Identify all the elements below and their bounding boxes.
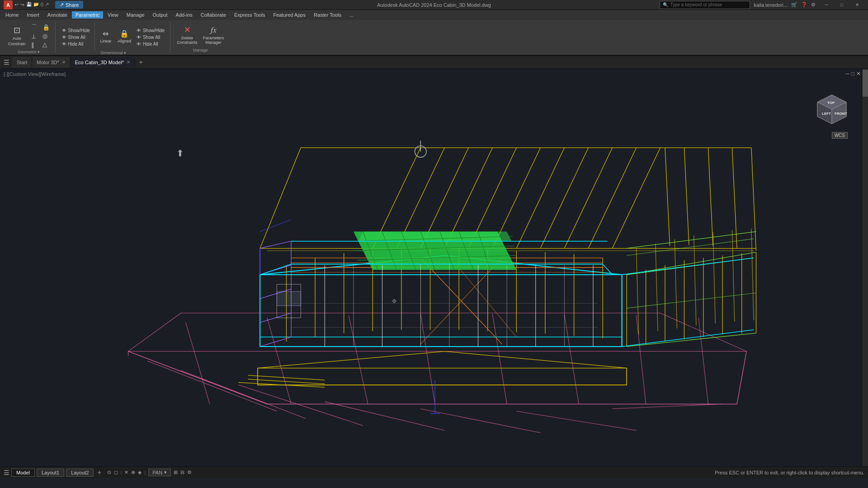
hide-all-button-1[interactable]: 👁 Hide All [60, 41, 92, 47]
menu-home[interactable]: Home [2, 11, 22, 19]
viewport-minimize[interactable]: ─ [845, 70, 849, 77]
search-icon: 🔍 [663, 2, 668, 7]
quick-access-icons: ↩ ↪ 💾 📂 ⎙ ↗ [14, 2, 49, 8]
geometric-constraint-4[interactable]: 🔒 [41, 23, 52, 31]
pan-dropdown-arrow: ▾ [164, 469, 167, 475]
model-tab-layout1[interactable]: Layout1 [37, 469, 64, 477]
svg-text:TOP: TOP [827, 101, 835, 105]
show-all-icon-2: 👁 [137, 35, 141, 40]
linear-button[interactable]: ⇔ Linear [98, 24, 114, 48]
share-button[interactable]: ↗ Share [55, 1, 83, 9]
menu-view[interactable]: View [104, 11, 122, 19]
tab-start[interactable]: Start [12, 57, 32, 68]
status-icon-4[interactable]: ⊕ [131, 469, 135, 475]
geometric-constraint-1[interactable]: ⌒ [29, 23, 39, 32]
geometric-expand-icon[interactable]: ▾ [38, 50, 40, 54]
show-all-button-2[interactable]: 👁 Show All [135, 34, 166, 40]
menu-output[interactable]: Output [149, 11, 171, 19]
delete-constraints-icon: ✕ [184, 25, 191, 35]
status-separator-2: | [144, 470, 146, 475]
status-icon-1[interactable]: ⊙ [107, 469, 111, 475]
delete-constraints-button[interactable]: ✕ DeleteConstraints [175, 23, 199, 47]
status-icon-7[interactable]: ⊟ [180, 469, 184, 475]
wcs-label: WCS [832, 132, 848, 139]
viewcube[interactable]: LEFT FRONT TOP [814, 91, 850, 127]
search-placeholder: Type a keyword or phrase [670, 2, 722, 7]
maximize-button[interactable]: □ [835, 0, 849, 9]
viewport-area: [-][Custom View][Wireframe] ─ □ ✕ [0, 69, 868, 466]
auto-constrain-button[interactable]: ⊡ Auto Constrain [6, 23, 28, 48]
geometric-constraint-5[interactable]: ◎ [41, 32, 52, 40]
parameters-icon: 𝑓𝑥 [211, 25, 217, 35]
hide-all-button-2[interactable]: 👁 Hide All [135, 41, 166, 47]
constraint-icon-3: ∥ [31, 42, 34, 48]
menu-parametric[interactable]: Parametric [72, 11, 103, 19]
share-icon: ↗ [60, 2, 64, 8]
geometric-constraint-2[interactable]: ⊥ [29, 33, 39, 40]
settings-icon[interactable]: ⚙ [811, 2, 816, 8]
user-profile[interactable]: kaila.tenedori... [754, 2, 788, 8]
help-icon[interactable]: ❓ [801, 2, 807, 8]
show-hide-icon: 👁 [62, 28, 66, 33]
menu-collaborate[interactable]: Collaborate [197, 11, 230, 19]
viewport-maximize[interactable]: □ [851, 70, 854, 77]
ribbon-content: ⊡ Auto Constrain ⌒ ⊥ ∥ [0, 20, 868, 55]
menu-raster[interactable]: Raster Tools [310, 11, 345, 19]
shopping-icon[interactable]: 🛒 [791, 2, 797, 8]
status-icon-5[interactable]: ◈ [138, 469, 142, 475]
minimize-button[interactable]: ─ [819, 0, 834, 9]
show-hide-button-2[interactable]: 👁 Show/Hide [135, 28, 166, 33]
status-icon-8[interactable]: ⚙ [187, 469, 192, 475]
menu-manage[interactable]: Manage [123, 11, 148, 19]
status-bar: ☰ Model Layout1 Layout2 + ⊙ ◻ | ✕ ⊕ ◈ | … [0, 466, 868, 478]
pan-dropdown[interactable]: PAN ▾ [148, 469, 171, 476]
geometric-constraint-6[interactable]: △ [41, 41, 52, 48]
show-hide-button-1[interactable]: 👁 Show/Hide [60, 28, 92, 33]
menu-express[interactable]: Express Tools [231, 11, 269, 19]
menu-more[interactable]: ... [346, 11, 357, 19]
constraint-icon-6: △ [42, 41, 47, 48]
constraint-icon-1: ⌒ [31, 23, 37, 31]
viewport-close[interactable]: ✕ [856, 70, 861, 77]
constraint-icon-4: 🔒 [42, 24, 50, 31]
status-icon-6[interactable]: ⊞ [174, 469, 178, 475]
aligned-button[interactable]: 🔒 Aligned [116, 24, 133, 48]
app-logo[interactable]: A [4, 0, 13, 9]
tab-ecocabin[interactable]: Eco Cabin_3D Model* ✕ [71, 57, 135, 68]
tab-menu-icon[interactable]: ☰ [4, 59, 9, 66]
show-all-button-1[interactable]: 👁 Show All [60, 34, 92, 40]
status-icon-2[interactable]: ◻ [114, 469, 118, 475]
svg-text:LEFT: LEFT [822, 112, 831, 116]
model-tab-model[interactable]: Model [11, 469, 35, 477]
menu-insert[interactable]: Insert [23, 11, 43, 19]
menu-bar: Home Insert Annotate Parametric View Man… [0, 10, 868, 20]
menu-annotate[interactable]: Annotate [44, 11, 71, 19]
status-separator: | [121, 470, 122, 475]
menu-featured[interactable]: Featured Apps [269, 11, 309, 19]
status-icon-3[interactable]: ✕ [124, 469, 128, 475]
menu-addins[interactable]: Add-ins [172, 11, 196, 19]
add-tab-button[interactable]: + [135, 58, 146, 66]
model-viewport[interactable] [0, 69, 868, 466]
parameters-manager-button[interactable]: 𝑓𝑥 ParametersManager [201, 23, 226, 47]
vertical-scrollbar[interactable] [862, 69, 868, 466]
tab-motor3d[interactable]: Motor 3D* ✕ [32, 57, 71, 68]
show-hide-icon-2: 👁 [137, 28, 141, 33]
svg-marker-95 [358, 231, 511, 241]
add-layout-button[interactable]: + [95, 469, 103, 477]
scrollbar-thumb[interactable] [863, 70, 868, 97]
svg-rect-110 [277, 291, 301, 306]
geometric-constraint-3[interactable]: ∥ [29, 41, 39, 49]
close-button[interactable]: ✕ [850, 0, 864, 9]
tab-motor3d-close[interactable]: ✕ [62, 60, 66, 65]
tab-ecocabin-close[interactable]: ✕ [127, 60, 130, 65]
viewport-label: [-][Custom View][Wireframe] [4, 71, 66, 77]
search-box[interactable]: 🔍 Type a keyword or phrase [660, 1, 750, 9]
ribbon-group-dimensional: 👁 Show/Hide 👁 Show All 👁 Hide All ⇔ [57, 22, 171, 53]
status-message: Press ESC or ENTER to exit, or right-cli… [715, 470, 864, 475]
svg-text:FRONT: FRONT [835, 112, 847, 116]
status-menu-icon[interactable]: ☰ [4, 469, 9, 476]
dimensional-expand-icon[interactable]: ▾ [124, 51, 126, 55]
hide-all-icon: 👁 [62, 42, 66, 47]
model-tab-layout2[interactable]: Layout2 [66, 469, 94, 477]
